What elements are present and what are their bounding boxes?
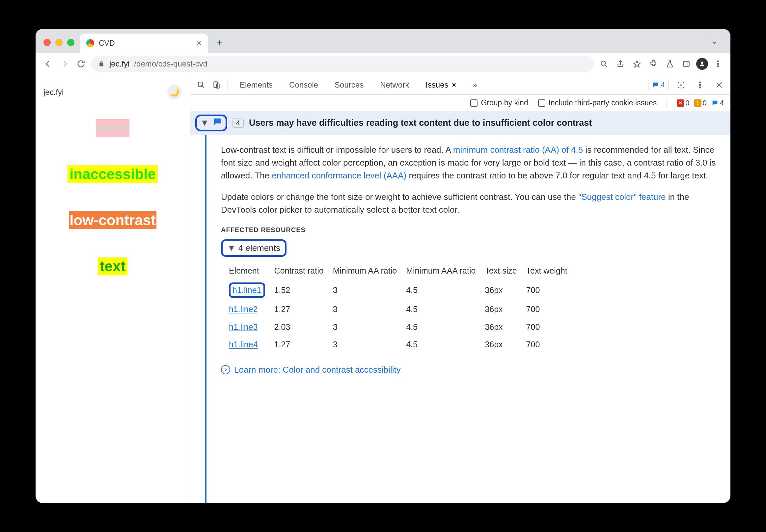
svg-point-3 <box>717 63 719 65</box>
svg-rect-1 <box>683 61 689 66</box>
tab-close-icon[interactable]: × <box>452 80 457 90</box>
url-input[interactable]: jec.fyi/demo/cds-quest-cvd <box>91 56 594 72</box>
link-min-contrast[interactable]: minimum contrast ratio (AA) of 4.5 <box>453 145 583 155</box>
devtools-close-icon[interactable] <box>713 78 726 92</box>
inspect-icon[interactable] <box>195 78 208 92</box>
zoom-icon[interactable] <box>597 57 611 70</box>
tab-issues[interactable]: Issues× <box>418 75 463 94</box>
fullscreen-window-button[interactable] <box>67 39 74 46</box>
browser-tab[interactable]: CVD × <box>80 34 208 53</box>
content-split: jec.fyi 🌙 very inaccessible low-contrast… <box>36 75 730 503</box>
issue-counts: ×0 !0 4 <box>677 99 724 107</box>
extensions-icon[interactable] <box>647 57 660 70</box>
dark-mode-toggle[interactable]: 🌙 <box>167 85 182 99</box>
back-button[interactable] <box>41 57 55 70</box>
sidepanel-icon[interactable] <box>680 57 693 70</box>
issue-header[interactable]: ▼ 4 Users may have difficulties reading … <box>190 111 730 135</box>
share-icon[interactable] <box>614 57 627 70</box>
url-host: jec.fyi <box>109 59 129 68</box>
tab-list-dropdown[interactable]: ⌄ <box>710 35 726 53</box>
svg-point-0 <box>601 61 605 65</box>
col-weight: Text weight <box>526 262 577 280</box>
issues-counter-pill[interactable]: 4 <box>648 80 669 90</box>
tab-title: CVD <box>99 39 115 48</box>
labs-icon[interactable] <box>663 57 676 70</box>
svg-point-10 <box>700 84 701 86</box>
sample-line-3: low-contrast <box>69 211 156 229</box>
close-tab-button[interactable]: × <box>197 38 201 48</box>
devtools-tabbar: Elements Console Sources Network Issues×… <box>190 75 730 95</box>
devtools-panel: Elements Console Sources Network Issues×… <box>190 75 730 503</box>
sample-lines: very inaccessible low-contrast text <box>43 119 182 275</box>
warning-icon: ! <box>694 99 701 107</box>
tab-network[interactable]: Network <box>373 75 416 94</box>
disclosure-triangle-icon[interactable]: ▼ <box>200 118 209 128</box>
element-link[interactable]: h1.line4 <box>229 336 274 354</box>
browser-window: CVD × + ⌄ jec.fyi/demo/cds-quest-cvd jec… <box>36 29 730 503</box>
col-aaa: Minimum AAA ratio <box>406 262 485 280</box>
kebab-menu[interactable] <box>711 57 725 70</box>
issue-title: Users may have difficulties reading text… <box>249 118 592 128</box>
issue-description-1: Low-contrast text is difficult or imposs… <box>221 144 717 182</box>
reload-button[interactable] <box>74 57 88 70</box>
affected-resources-heading: AFFECTED RESOURCES <box>221 225 717 235</box>
tab-favicon <box>86 39 94 47</box>
device-toggle-icon[interactable] <box>210 78 223 92</box>
sample-line-1: very <box>96 119 130 137</box>
affected-elements-table: Element Contrast ratio Minimum AA ratio … <box>229 262 577 354</box>
col-element: Element <box>229 262 274 280</box>
group-by-kind-checkbox[interactable]: Group by kind <box>470 98 528 107</box>
sample-line-2: inaccessible <box>67 165 158 183</box>
third-party-checkbox[interactable]: Include third-party cookie issues <box>538 98 657 107</box>
new-tab-button[interactable]: + <box>211 35 227 51</box>
error-icon: × <box>677 99 684 107</box>
issue-count-badge: 4 <box>232 119 244 128</box>
svg-point-2 <box>717 61 719 62</box>
element-link[interactable]: h1.line3 <box>229 318 274 336</box>
profile-avatar[interactable] <box>696 58 708 70</box>
page-brand: jec.fyi <box>43 88 64 97</box>
col-aa: Minimum AA ratio <box>333 262 407 280</box>
col-contrast: Contrast ratio <box>274 262 333 280</box>
issue-rail <box>205 135 218 503</box>
tab-elements[interactable]: Elements <box>232 75 280 94</box>
gear-icon[interactable] <box>674 78 688 92</box>
table-row: h1.line4 1.2734.536px700 <box>229 336 577 354</box>
lock-icon <box>98 61 105 67</box>
more-icon[interactable] <box>694 78 707 92</box>
tab-console[interactable]: Console <box>282 75 325 94</box>
info-icon <box>711 99 719 107</box>
svg-point-4 <box>717 66 719 67</box>
svg-point-9 <box>700 82 701 83</box>
element-link-highlight[interactable]: h1.line1 <box>229 282 265 298</box>
element-link[interactable]: h1.line2 <box>229 301 274 318</box>
disclosure-triangle-icon: ▼ <box>227 242 236 254</box>
page-viewport: jec.fyi 🌙 very inaccessible low-contrast… <box>36 75 190 503</box>
svg-rect-6 <box>214 82 217 87</box>
arrow-right-circle-icon <box>221 365 230 374</box>
table-row: h1.line1 1.5234.536px700 <box>229 280 577 301</box>
table-row: h1.line3 2.0334.536px700 <box>229 318 577 336</box>
link-aaa[interactable]: enhanced conformance level (AAA) <box>272 171 407 180</box>
tab-overflow[interactable]: » <box>466 75 485 94</box>
issues-toolbar: Group by kind Include third-party cookie… <box>190 95 730 111</box>
bookmark-icon[interactable] <box>630 57 644 70</box>
close-window-button[interactable] <box>43 39 51 46</box>
url-path: /demo/cds-quest-cvd <box>134 59 207 68</box>
issue-description-2: Update colors or change the font size or… <box>221 191 717 216</box>
table-row: h1.line2 1.2734.536px700 <box>229 301 577 318</box>
address-bar: jec.fyi/demo/cds-quest-cvd <box>36 53 730 75</box>
col-size: Text size <box>485 262 526 280</box>
sample-line-4: text <box>98 257 127 275</box>
tab-sources[interactable]: Sources <box>327 75 371 94</box>
issue-toggle-highlight: ▼ <box>195 115 227 131</box>
issue-category-icon <box>212 117 222 129</box>
svg-point-8 <box>680 84 682 86</box>
svg-point-11 <box>700 87 701 88</box>
link-suggest-color[interactable]: "Suggest color" feature <box>578 192 666 202</box>
learn-more-link[interactable]: Learn more: Color and contrast accessibi… <box>221 363 717 376</box>
affected-summary-toggle[interactable]: ▼ 4 elements <box>221 239 286 257</box>
tab-strip: CVD × + ⌄ <box>36 29 730 53</box>
minimize-window-button[interactable] <box>55 39 63 46</box>
forward-button[interactable] <box>58 57 71 70</box>
